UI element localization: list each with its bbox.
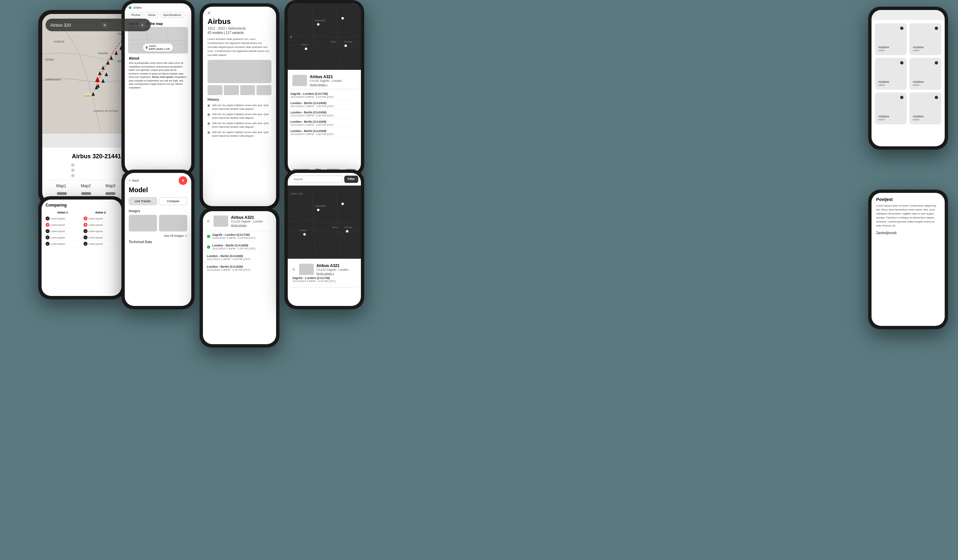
- back-button[interactable]: <: [203, 7, 276, 17]
- check-icon-2-4: ✓: [84, 236, 87, 239]
- grid-item-4[interactable]: Airplane name: [909, 58, 941, 90]
- compare-btn[interactable]: Compare: [159, 197, 187, 205]
- flight-time-1: 12/12/2022 4:30PM - 6:18 PM (CET): [290, 95, 358, 98]
- grid-dot-1: [900, 27, 903, 30]
- svg-text:Smith Falls: Smith Falls: [291, 193, 303, 196]
- check-icon-1-5: ✓: [46, 242, 49, 246]
- flight-route-5: London - Berlin (CA1939): [290, 129, 358, 133]
- history-section-title: History: [203, 98, 276, 103]
- images-grid: [129, 215, 187, 231]
- tab-map3[interactable]: Map3: [105, 184, 116, 188]
- history-line-3: [209, 125, 209, 129]
- live-tracker-btn[interactable]: Live Tracker: [129, 197, 157, 205]
- tab-bar: Photos About Specifications: [125, 11, 191, 19]
- a321-thumbnail: [214, 215, 228, 227]
- grid-sub-4: name: [913, 84, 919, 87]
- filter-button[interactable]: Filter: [344, 176, 358, 183]
- technical-data-title: Technical Data: [125, 240, 191, 245]
- flight-item-2[interactable]: London - Berlin (CA1939) 12/11/2022 1:30…: [290, 100, 358, 109]
- model-details-link[interactable]: Model details >: [310, 83, 342, 86]
- compare-row-1-4: ✓ Lorem ipsum: [44, 234, 81, 241]
- flight-item-5[interactable]: London - Berlin (CA1939) 12/11/2022 1:30…: [290, 128, 358, 137]
- add-btn[interactable]: +: [139, 21, 146, 28]
- grid-dot-4: [935, 61, 938, 65]
- a321-name: Airbus A321: [231, 215, 263, 220]
- flight-item-1[interactable]: Zagreb - London (CA1739) 12/12/2022 4:30…: [290, 91, 358, 100]
- svg-point-29: [341, 17, 344, 19]
- search-back-arrow[interactable]: <: [292, 267, 295, 272]
- svg-text:Utrillas: Utrillas: [45, 58, 54, 61]
- compare-columns: Avion 1 ✓ Lorem ipsum ✕ Lorem ipsum ✓ Lo…: [41, 209, 121, 247]
- grid-label-5: Airplane: [878, 115, 889, 118]
- compare-col-1: Avion 1 ✓ Lorem ipsum ✕ Lorem ipsum ✓ Lo…: [44, 209, 81, 247]
- search-plane-thumb: [299, 264, 314, 275]
- svg-point-39: [303, 233, 306, 236]
- search-model-details[interactable]: Model details >: [316, 272, 349, 275]
- search-plane-route: CA133 Zagreb - London: [316, 268, 349, 271]
- grid-item-2[interactable]: Airplane name: [909, 23, 941, 55]
- check-icon-2-1: ✕: [84, 217, 87, 220]
- a321-model-details[interactable]: Model details: [231, 224, 263, 227]
- tab-map1[interactable]: Map1: [56, 184, 66, 188]
- search-flight-time-1: 12/12/2022 4:30PM - 6:18 PM (CET): [292, 280, 336, 283]
- grid-item-1[interactable]: Airplane name: [875, 23, 907, 55]
- tab-photos[interactable]: Photos: [128, 12, 143, 18]
- thumb-4: [257, 85, 271, 95]
- a321-route: CA133 Zagreb - London: [231, 220, 263, 223]
- a321-flight-1[interactable]: Zagreb - London (CA1739) 12/12/2022 4:30…: [203, 231, 276, 242]
- plane-name: Airbus A321: [310, 74, 342, 79]
- grid-item-5[interactable]: Airplane name: [875, 92, 907, 124]
- see-all-images[interactable]: See All Images ->: [125, 234, 191, 240]
- compare-text-2-2: Lorem ipsum: [89, 223, 103, 226]
- a321-flight-4[interactable]: London - Berlin (CA1939) 12/11/2022 1:30…: [203, 263, 276, 274]
- grid-sub-5: name: [878, 118, 885, 121]
- search-flight-card: < Airbus A321 CA133 Zagreb - London Mode…: [290, 261, 359, 287]
- flights-list: Zagreb - London (CA1739) 12/12/2022 4:30…: [288, 91, 361, 137]
- search-flight-header: < Airbus A321 CA133 Zagreb - London Mode…: [292, 263, 356, 275]
- grid-item-6[interactable]: Airplane name: [909, 92, 941, 124]
- svg-text:Chico: Chico: [301, 44, 308, 47]
- check-icon-1-1: ✓: [46, 217, 49, 220]
- tab-map2[interactable]: Map2: [81, 184, 91, 188]
- flight-item-3[interactable]: London - Berlin (CA1939) 12/11/2022 1:30…: [290, 109, 358, 119]
- compare-row-1-2: ✕ Lorem ipsum: [44, 222, 81, 228]
- flight-summary-card: Airbus A321 CA133 Zagreb - London Model …: [290, 72, 359, 89]
- country: Netherlands: [228, 27, 246, 30]
- svg-text:Fernley: Fernley: [344, 40, 353, 43]
- search-flight-1[interactable]: Zagreb - London (CA1739) 12/12/2022 4:30…: [292, 275, 356, 284]
- compare-text-1-5: Lorem ipsum: [51, 242, 65, 245]
- map-search-bar[interactable]: Airbus 320 × +: [46, 19, 151, 31]
- col2-header: Avion 2: [82, 209, 119, 215]
- flight-time-4: 12/11/2022 1:30PM - 2:30 PM (CET): [290, 123, 358, 127]
- compare-text-2-3: Lorem ipsum: [89, 230, 103, 233]
- map-left-arrow[interactable]: ‹: [290, 34, 292, 39]
- close-search-btn[interactable]: ×: [102, 22, 108, 28]
- svg-text:Castellón de la Plana: Castellón de la Plana: [93, 109, 118, 112]
- grid-sub-6: name: [913, 118, 919, 121]
- flight-item-4[interactable]: London - Berlin (CA1939) 12/11/2022 1:30…: [290, 119, 358, 128]
- back-arrow[interactable]: <: [207, 218, 209, 224]
- grid-label-3: Airplane: [878, 80, 889, 84]
- check-icon-2-5: ✓: [84, 242, 87, 246]
- compare-row-2-5: ✓ Lorem ipsum: [82, 241, 119, 247]
- flight-route-3: London - Berlin (CA1939): [290, 111, 358, 114]
- compare-row-1-3: ✓ Lorem ipsum: [44, 228, 81, 234]
- online-indicator: [129, 6, 132, 9]
- a321-flight-3[interactable]: London - Berlin (CA1939) 12/11/2022 1:30…: [203, 252, 276, 263]
- favorite-button[interactable]: ♥: [179, 176, 187, 185]
- compare-col-2: Avion 2 ✕ Lorem ipsum ✕ Lorem ipsum ✓ Lo…: [82, 209, 119, 247]
- tab-about[interactable]: About: [145, 12, 159, 18]
- back-link[interactable]: <- Back: [129, 179, 139, 182]
- search-input[interactable]: [290, 176, 343, 183]
- tab-specifications[interactable]: Specifications: [160, 12, 185, 18]
- compare-row-2-1: ✕ Lorem ipsum: [82, 215, 119, 222]
- image-1: [129, 215, 157, 231]
- check-icon-2-3: ✓: [84, 229, 87, 233]
- a321-flight-2[interactable]: London - Berlin (CA1939) 12/11/2022 1:30…: [203, 242, 276, 252]
- grid-sub-1: name: [878, 49, 885, 52]
- history-text-2: Velit nisl, leo sapien habitant cursus o…: [212, 113, 271, 120]
- comparing-title: Comparing: [41, 199, 121, 209]
- flight-route-2: London - Berlin (CA1939): [290, 101, 358, 105]
- model-title: Model: [125, 186, 191, 197]
- grid-item-3[interactable]: Airplane name: [875, 58, 907, 90]
